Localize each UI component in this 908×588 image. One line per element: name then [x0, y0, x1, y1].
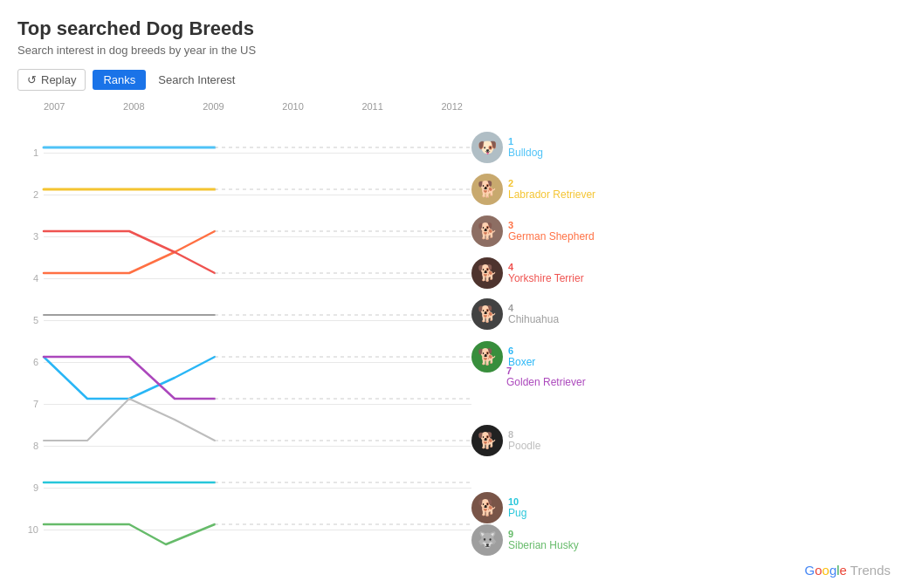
chart-area: 2007 2008 2009 2010 2011 2012 1 2 3 4 [17, 99, 891, 553]
google-o2-letter: o [822, 563, 829, 578]
dog-rank-german-shepherd: 3 [508, 220, 595, 230]
dog-info-bulldog: 1 Bulldog [508, 136, 543, 159]
dog-name-siberian-husky: Siberian Husky [508, 539, 579, 551]
dog-entry-poodle: 🐕 8 Poodle [471, 425, 540, 456]
dog-rank-golden-retriever: 7 [506, 366, 586, 376]
dog-avatar-lab: 🐕 [471, 174, 503, 205]
dog-entry-bulldog: 🐶 1 Bulldog [471, 132, 543, 163]
dog-avatar-pug: 🐕 [471, 492, 503, 523]
dog-entry-yorkshire: 🐕 4 Yorkshire Terrier [471, 257, 584, 289]
replay-button[interactable]: ↺ Replay [17, 69, 86, 91]
page-subtitle: Search interest in dog breeds by year in… [17, 44, 891, 57]
google-o1-letter: o [815, 563, 822, 578]
dog-avatar-boxer: 🐕 [471, 341, 503, 373]
google-g2-letter: g [829, 563, 836, 578]
boxer-line [44, 357, 215, 399]
yorkshire-line [44, 231, 215, 273]
dog-info-lab: 2 Labrador Retriever [508, 178, 595, 201]
dog-info-chihuahua: 4 Chihuahua [508, 303, 559, 325]
toolbar: ↺ Replay Ranks Search Interest [17, 69, 891, 91]
ranks-tab[interactable]: Ranks [93, 70, 146, 90]
google-g-letter: G [805, 563, 815, 578]
dog-avatar-poodle: 🐕 [471, 425, 503, 456]
dog-name-pug: Pug [508, 507, 526, 519]
rank-num-8: 8 [17, 441, 44, 451]
dog-rank-siberian-husky: 9 [508, 529, 579, 539]
replay-icon: ↺ [27, 73, 37, 86]
dog-rank-poodle: 8 [508, 429, 540, 440]
rank-num-1: 1 [17, 147, 44, 158]
golden-retriever-line [44, 357, 215, 399]
dog-rank-bulldog: 1 [508, 136, 543, 147]
dog-name-chihuahua: Chihuahua [508, 313, 559, 325]
search-interest-tab[interactable]: Search Interest [153, 70, 240, 90]
dog-name-poodle: Poodle [508, 440, 540, 452]
dog-info-yorkshire: 4 Yorkshire Terrier [508, 262, 584, 284]
poodle-line [44, 399, 215, 441]
dog-info-pug: 10 Pug [508, 496, 526, 519]
dog-info-poodle: 8 Poodle [508, 429, 540, 452]
rank-num-7: 7 [17, 399, 44, 409]
rank-num-6: 6 [17, 357, 44, 367]
dog-rank-chihuahua: 4 [508, 303, 559, 313]
replay-label: Replay [41, 73, 76, 86]
dog-rank-boxer: 6 [508, 345, 535, 356]
rank-num-2: 2 [17, 189, 44, 200]
dog-avatar-bulldog: 🐶 [471, 132, 503, 163]
siberian-husky-line [44, 524, 215, 544]
dog-info-siberian-husky: 9 Siberian Husky [508, 529, 579, 551]
trends-label: Trends [850, 563, 891, 578]
german-shepherd-line [44, 231, 215, 273]
dog-entry-golden-retriever: 7 Golden Retriever [506, 366, 586, 388]
dog-name-lab: Labrador Retriever [508, 188, 595, 201]
dog-rank-yorkshire: 4 [508, 262, 584, 272]
dog-avatar-german-shepherd: 🐕 [471, 215, 503, 247]
dog-avatar-yorkshire: 🐕 [471, 257, 503, 289]
dog-entry-siberian-husky: 🐺 9 Siberian Husky [471, 524, 579, 556]
dog-avatar-chihuahua: 🐕 [471, 298, 503, 330]
dog-rank-pug: 10 [508, 496, 526, 507]
rank-num-5: 5 [17, 315, 44, 325]
chart-svg [44, 99, 471, 544]
dog-entry-german-shepherd: 🐕 3 German Shepherd [471, 215, 595, 247]
dog-name-bulldog: Bulldog [508, 147, 543, 159]
dog-info-golden-retriever: 7 Golden Retriever [506, 366, 586, 388]
google-trends-branding: Google Trends [805, 563, 891, 578]
google-trends-label: Google Trends [805, 563, 891, 578]
rank-num-9: 9 [17, 482, 44, 493]
dog-entry-pug: 🐕 10 Pug [471, 492, 526, 523]
dog-name-german-shepherd: German Shepherd [508, 230, 595, 243]
dog-entry-lab: 🐕 2 Labrador Retriever [471, 174, 595, 205]
dog-name-yorkshire: Yorkshire Terrier [508, 272, 584, 284]
rank-num-10: 10 [17, 524, 44, 535]
dog-name-golden-retriever: Golden Retriever [506, 376, 586, 388]
google-e-letter: e [840, 563, 847, 578]
dog-info-german-shepherd: 3 German Shepherd [508, 220, 595, 243]
dog-avatar-siberian-husky: 🐺 [471, 524, 503, 556]
main-container: Top searched Dog Breeds Search interest … [0, 0, 908, 588]
page-title: Top searched Dog Breeds [17, 17, 891, 40]
dog-entry-chihuahua: 🐕 4 Chihuahua [471, 298, 559, 330]
rank-num-3: 3 [17, 231, 44, 242]
rank-num-4: 4 [17, 273, 44, 284]
dog-rank-lab: 2 [508, 178, 595, 188]
